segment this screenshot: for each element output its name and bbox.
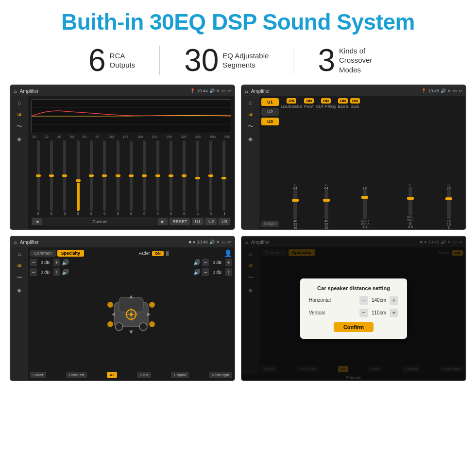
cutfreq-col: ON CUT FREQ bbox=[316, 98, 336, 109]
fader-toggle[interactable]: ON bbox=[152, 251, 164, 256]
horizontal-label: Horizontal bbox=[309, 297, 331, 303]
eq-home-icon[interactable]: ⌂ bbox=[14, 88, 17, 94]
crossover-sidebar-wave[interactable]: 〜 bbox=[248, 122, 254, 131]
eq-slider-12[interactable]: 0 bbox=[178, 140, 190, 215]
btn-copilot[interactable]: Copilot bbox=[171, 372, 189, 378]
crossover-window-icon[interactable]: ▭ bbox=[453, 88, 457, 93]
btn-user[interactable]: User bbox=[137, 372, 151, 378]
tab-common[interactable]: Common bbox=[30, 250, 56, 257]
eq-u2-button[interactable]: U2 bbox=[205, 218, 217, 225]
eq-slider-7[interactable]: 0 bbox=[112, 140, 124, 215]
db-rr-minus[interactable]: − bbox=[202, 268, 209, 276]
eq-slider-1[interactable]: 0 bbox=[32, 140, 44, 215]
eq-slider-9[interactable]: 0 bbox=[138, 140, 151, 215]
svg-point-9 bbox=[107, 321, 113, 327]
eq-slider-2[interactable]: 0 bbox=[45, 140, 57, 215]
speaker-window-icon[interactable]: ▭ bbox=[221, 240, 226, 244]
speaker-icons: ■ ● 10:46 🔊 ✕ ▭ ↩ bbox=[189, 240, 231, 244]
eq-u1-button[interactable]: U1 bbox=[192, 218, 204, 225]
speaker-close-icon[interactable]: ✕ bbox=[216, 240, 220, 244]
eq-slider-13[interactable]: -1 bbox=[191, 140, 204, 215]
speaker-home-icon[interactable]: ⌂ bbox=[14, 239, 17, 245]
horizontal-minus-button[interactable]: − bbox=[359, 296, 368, 305]
eq-slider-8[interactable]: 0 bbox=[125, 140, 137, 215]
speaker-sidebar-eq[interactable]: ≋ bbox=[17, 262, 22, 269]
confirm-button[interactable]: Confirm bbox=[334, 322, 374, 332]
sub-toggle[interactable]: ON bbox=[350, 98, 360, 104]
bass-slider-col: F 90Hz 80Hz G 3.0 2.5 2.0 bbox=[389, 183, 432, 227]
eq-slider-11[interactable]: 0 bbox=[165, 140, 177, 215]
loudness-toggle[interactable]: ON bbox=[287, 98, 296, 104]
db-rr-plus[interactable]: + bbox=[225, 268, 232, 276]
eq-close-icon[interactable]: ✕ bbox=[216, 88, 220, 93]
speaker-body: − 0 dB + 🔊 − 0 dB + 🔊 bbox=[30, 259, 232, 370]
eq-sidebar-wave[interactable]: 〜 bbox=[17, 122, 22, 131]
btn-all[interactable]: All bbox=[107, 372, 117, 378]
tab-specialty[interactable]: Specialty bbox=[57, 250, 85, 257]
svg-point-6 bbox=[139, 323, 147, 330]
crossover-home-icon[interactable]: ⌂ bbox=[245, 88, 248, 94]
eq-slider-5[interactable]: 0 bbox=[85, 140, 97, 215]
phat-toggle[interactable]: ON bbox=[304, 98, 314, 104]
eq-slider-4[interactable]: 5 bbox=[72, 140, 84, 215]
eq-next-button[interactable]: ► bbox=[158, 218, 168, 225]
cutfreq-slider-col: F 3.0 120Hz 100Hz 2.1 80Hz 1.3 60Hz 0.5 bbox=[343, 183, 387, 227]
btn-driver[interactable]: Driver bbox=[30, 372, 46, 378]
eq-sidebar-home[interactable]: ⌂ bbox=[17, 99, 21, 106]
speaker-back-icon[interactable]: ↩ bbox=[227, 240, 231, 244]
db-rl-minus[interactable]: − bbox=[30, 268, 37, 276]
bass-toggle[interactable]: ON bbox=[338, 98, 348, 104]
eq-slider-14[interactable]: 0 bbox=[204, 140, 217, 215]
eq-sidebar-eq[interactable]: ≋ bbox=[17, 111, 22, 118]
db-fl-plus[interactable]: + bbox=[53, 259, 60, 266]
db-rl-plus[interactable]: + bbox=[53, 268, 60, 276]
channel-u3-button[interactable]: U3 bbox=[261, 118, 279, 125]
db-fr-minus[interactable]: − bbox=[202, 259, 209, 266]
channel-reset-button[interactable]: RESET bbox=[261, 221, 279, 227]
btn-rear-right[interactable]: RearRight bbox=[209, 372, 232, 378]
cutfreq-toggle[interactable]: ON bbox=[321, 98, 331, 104]
page-title: Buith-in 30EQ DSP Sound System bbox=[0, 9, 476, 35]
crossover-close-icon[interactable]: ✕ bbox=[447, 88, 451, 93]
speaker-main: Common Specialty Fader ON ||| 👤 bbox=[28, 247, 234, 380]
btn-rear-left[interactable]: RearLeft bbox=[66, 372, 87, 378]
horizontal-plus-button[interactable]: + bbox=[390, 296, 398, 305]
speaker-sidebar-control[interactable]: ◈ bbox=[17, 287, 21, 294]
eq-prev-button[interactable]: ◄ bbox=[32, 218, 42, 225]
sub-col: ON SUB bbox=[350, 98, 360, 109]
eq-u3-button[interactable]: U3 bbox=[219, 218, 230, 225]
speaker-vol-icon: 🔊 bbox=[209, 240, 215, 244]
crossover-back-icon[interactable]: ↩ bbox=[459, 88, 462, 93]
speaker-fl-icon: 🔊 bbox=[62, 259, 69, 266]
eq-slider-6[interactable]: 0 bbox=[99, 140, 111, 215]
channel-u2-button[interactable]: U2 bbox=[261, 108, 279, 116]
eq-slider-15[interactable]: -1 bbox=[218, 140, 230, 215]
eq-window-icon[interactable]: ▭ bbox=[221, 88, 226, 93]
stat-rca-label: RCAOutputs bbox=[110, 51, 136, 70]
db-fr-plus[interactable]: + bbox=[225, 259, 232, 266]
eq-icons: 📍 10:44 🔊 ✕ ▭ ↩ bbox=[190, 88, 231, 93]
crossover-controls: ON LOUDNESS ON PHAT ON CUT FREQ ON bbox=[281, 98, 463, 227]
crossover-sidebar-eq[interactable]: ≋ bbox=[248, 111, 253, 118]
eq-sliders: 0 0 0 5 0 bbox=[31, 140, 231, 215]
vertical-minus-button[interactable]: − bbox=[359, 309, 368, 317]
vertical-label: Vertical bbox=[309, 310, 325, 315]
db-fl-minus[interactable]: − bbox=[30, 259, 37, 266]
speaker-sidebar: ⌂ ≋ 〜 ◈ bbox=[11, 247, 28, 380]
crossover-sidebar-home[interactable]: ⌂ bbox=[249, 99, 252, 106]
eq-back-icon[interactable]: ↩ bbox=[227, 88, 231, 93]
speaker-content: ⌂ ≋ 〜 ◈ Common Specialty Fader ON ||| bbox=[11, 247, 234, 380]
eq-sidebar-speaker[interactable]: ◈ bbox=[17, 136, 21, 142]
screen-crossover: ⌂ Amplifier 📍 10:45 🔊 ✕ ▭ ↩ ⌂ ≋ 〜 ◈ bbox=[241, 85, 466, 230]
eq-reset-button[interactable]: RESET bbox=[170, 218, 190, 225]
speaker-sidebar-home[interactable]: ⌂ bbox=[17, 250, 21, 257]
eq-slider-3[interactable]: 0 bbox=[59, 140, 71, 215]
vertical-plus-button[interactable]: + bbox=[390, 309, 398, 317]
channel-u1-button[interactable]: U1 bbox=[261, 98, 279, 106]
user-icon[interactable]: 👤 bbox=[224, 249, 232, 257]
horizontal-value: 140cm bbox=[370, 297, 388, 303]
speaker-sidebar-wave[interactable]: 〜 bbox=[17, 274, 22, 282]
svg-marker-17 bbox=[112, 313, 115, 316]
crossover-sidebar-speaker[interactable]: ◈ bbox=[248, 136, 253, 142]
eq-slider-10[interactable]: 0 bbox=[152, 140, 164, 215]
